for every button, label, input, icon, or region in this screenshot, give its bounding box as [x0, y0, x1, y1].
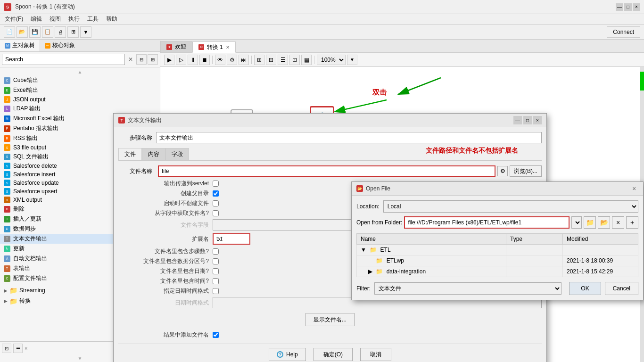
list-item[interactable]: J JSON output	[0, 95, 160, 104]
wf-pause[interactable]: ⏸	[188, 55, 198, 65]
wf-grid1[interactable]: ⊞	[254, 55, 264, 65]
menu-file[interactable]: 文件(F)	[2, 14, 26, 24]
filter-label: Filter:	[356, 285, 371, 292]
open-from-dropdown[interactable]	[571, 216, 582, 229]
cb-create-dir[interactable]	[213, 190, 219, 197]
small-icon-btn[interactable]: ⚙	[497, 166, 508, 176]
close-btn[interactable]: ×	[633, 3, 640, 11]
open-file-close[interactable]: ×	[630, 184, 638, 193]
dialog-title: 文本文件输出	[128, 116, 162, 124]
menu-edit[interactable]: 编辑	[28, 14, 45, 24]
wf-eye[interactable]: 👁	[215, 55, 225, 65]
zoom-select[interactable]: 50% 75% 100% 125% 150% 200%	[317, 55, 346, 65]
tab-transform1[interactable]: ⚙ 转换 1 ✕	[192, 41, 236, 53]
maximize-btn[interactable]: □	[624, 3, 632, 11]
open-from-folder-btn[interactable]: 📁	[584, 216, 596, 229]
dialog-ok-btn[interactable]: 确定(O)	[314, 348, 353, 361]
wf-play-alt[interactable]: ▷	[176, 55, 186, 65]
open-file-title: Open File	[366, 185, 390, 192]
svg-line-2	[335, 100, 387, 112]
open-from-plus[interactable]: +	[626, 216, 638, 229]
location-select[interactable]: Local Repository	[383, 200, 638, 213]
cb-from-field[interactable]	[213, 210, 219, 216]
filename-input[interactable]	[158, 165, 495, 177]
cb-include-step[interactable]	[213, 248, 219, 255]
tab-core-objects[interactable]: ✏ 核心对象	[40, 40, 80, 51]
filter-select[interactable]: 文本文件 所有文件	[374, 282, 561, 295]
table-row[interactable]: ▶ 📁 data-integration 2021-1-8 15:42:29	[357, 266, 638, 277]
wf-grid3[interactable]: ☰	[278, 55, 288, 65]
list-item[interactable]: E Excel输出	[0, 85, 160, 95]
table-row[interactable]: ▶ 📁 ETLwp 2021-1-8 18:00:39	[357, 255, 638, 266]
toolbar-print[interactable]: 🖨	[55, 26, 66, 38]
wf-next[interactable]: ⏭	[239, 55, 249, 65]
filename-label: 文件名称	[118, 167, 156, 175]
left-panel-btn2[interactable]: ☰	[13, 344, 23, 353]
open-file-titlebar: 📂 Open File ×	[352, 182, 643, 196]
menu-view[interactable]: 视图	[47, 14, 64, 24]
toolbar-saveas[interactable]: 📋	[42, 26, 53, 38]
open-file-icon: 📂	[356, 185, 363, 192]
wf-settings[interactable]: ⚙	[227, 55, 237, 65]
wf-grid4[interactable]: ⊡	[289, 55, 300, 65]
dialog-minimize[interactable]: —	[513, 116, 522, 124]
left-panel-btn1[interactable]: ⊡	[2, 344, 11, 353]
open-from-new-folder[interactable]: 📂	[598, 216, 610, 229]
wf-grid5[interactable]: ▦	[301, 55, 312, 65]
expand-btn[interactable]: ⊞	[148, 54, 158, 65]
cb-no-create-startup[interactable]	[213, 200, 219, 206]
wf-dropdown[interactable]: ▼	[347, 55, 357, 65]
list-item[interactable]: C Cube输出	[0, 75, 160, 85]
list-item[interactable]: L LDAP 输出	[0, 104, 160, 114]
menu-help[interactable]: 帮助	[103, 14, 120, 24]
toolbar-layers[interactable]: ⊞	[67, 26, 79, 38]
toolbar-arrow[interactable]: ▼	[80, 26, 91, 38]
tab-close[interactable]: ✕	[226, 45, 230, 50]
open-file-cancel[interactable]: Cancel	[605, 282, 638, 295]
search-clear-btn[interactable]: ✕	[126, 55, 135, 64]
browse-button[interactable]: 浏览(B)...	[510, 165, 542, 177]
dialog-tab-file[interactable]: 文件	[118, 148, 142, 160]
open-file-dialog: 📂 Open File × Location: Local Repository…	[351, 181, 644, 300]
toolbar-open[interactable]: 📂	[17, 26, 28, 38]
show-filenames-btn[interactable]: 显示文件名...	[305, 313, 355, 326]
minimize-btn[interactable]: —	[616, 3, 623, 11]
cb-servlet[interactable]	[213, 181, 219, 187]
annotation-filepath: 文件路径和文件名不包括扩展名	[426, 147, 518, 155]
open-from-delete[interactable]: ×	[612, 216, 624, 229]
toolbar-new[interactable]: 📄	[4, 26, 15, 38]
step-name-label: 步骤名称	[118, 134, 156, 142]
cb-add-filename[interactable]	[213, 332, 219, 338]
tab-welcome[interactable]: ★ 欢迎	[160, 41, 192, 52]
dialog-tab-content[interactable]: 内容	[142, 148, 165, 160]
wf-grid2[interactable]: ⊟	[266, 55, 276, 65]
dialog-help-btn[interactable]: ? Help	[269, 348, 306, 361]
location-label: Location:	[356, 203, 380, 210]
wf-play[interactable]: ▶	[164, 55, 174, 65]
toolbar-save[interactable]: 💾	[29, 26, 41, 38]
dialog-tab-fields[interactable]: 字段	[165, 148, 189, 160]
search-input[interactable]	[2, 54, 125, 65]
annotation-dblclick: 双击	[372, 88, 387, 97]
cb-specify-datetime[interactable]	[213, 288, 219, 294]
cb-include-partition[interactable]	[213, 258, 219, 264]
cb-include-date[interactable]	[213, 268, 219, 274]
col-name: Name	[357, 234, 506, 245]
wf-stop[interactable]: ⏹	[199, 55, 210, 65]
dialog-close[interactable]: ×	[533, 116, 542, 124]
open-from-input[interactable]	[404, 216, 570, 229]
menu-run[interactable]: 执行	[66, 14, 83, 24]
extension-input[interactable]	[213, 233, 250, 245]
col-modified: Modified	[563, 234, 638, 245]
connect-button[interactable]: Connect	[607, 26, 640, 38]
collapse-btn[interactable]: ⊟	[136, 54, 147, 65]
dialog-icon: T	[118, 117, 125, 123]
table-row[interactable]: ▼ 📁 ETL	[357, 245, 638, 255]
menu-tools[interactable]: 工具	[84, 14, 101, 24]
cb-include-time[interactable]	[213, 278, 219, 284]
tab-main-objects[interactable]: M 主对象树	[0, 40, 40, 51]
open-file-ok[interactable]: OK	[569, 282, 601, 295]
dialog-maximize[interactable]: □	[523, 116, 532, 124]
step-name-input[interactable]	[156, 132, 542, 143]
dialog-cancel-btn[interactable]: 取消	[360, 348, 391, 361]
